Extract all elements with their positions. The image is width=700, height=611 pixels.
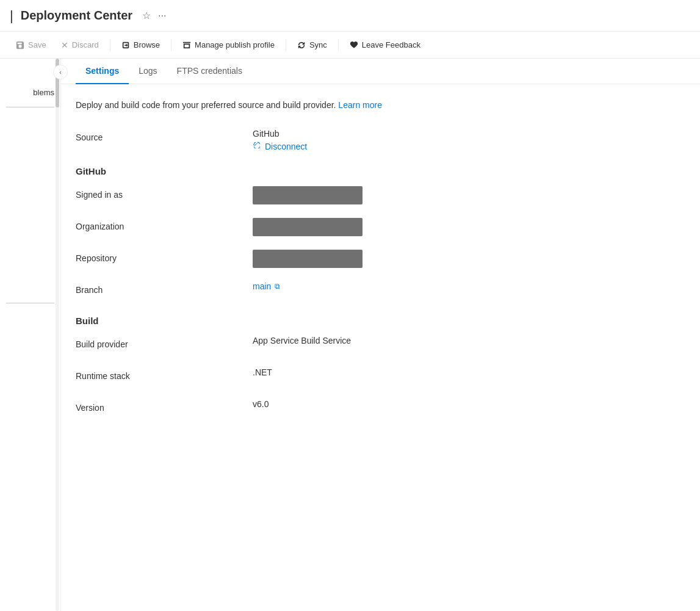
settings-content: Deploy and build code from your preferre… [61, 84, 700, 446]
branch-value: main ⧉ [253, 281, 685, 291]
runtime-stack-value: .NET [253, 367, 685, 377]
disconnect-icon [253, 141, 261, 151]
sidebar: ‹ blems [0, 59, 61, 611]
signed-in-as-redacted [253, 186, 363, 204]
source-value-container: GitHub Disconnect [253, 129, 685, 151]
description-text: Deploy and build code from your preferre… [76, 99, 685, 112]
signed-in-as-label: Signed in as [76, 186, 253, 200]
disconnect-link[interactable]: Disconnect [253, 141, 685, 151]
version-row: Version v6.0 [76, 399, 685, 419]
disconnect-label: Disconnect [265, 142, 307, 151]
browse-label: Browse [134, 40, 160, 49]
branch-row: Branch main ⧉ [76, 281, 685, 301]
organization-value [253, 218, 685, 236]
organization-row: Organization [76, 218, 685, 237]
repository-redacted [253, 250, 363, 268]
sidebar-content: blems [0, 59, 60, 303]
toolbar: Save ✕ Discard Browse Manage publish pro… [0, 32, 700, 59]
toolbar-separator-3 [286, 39, 286, 51]
github-section-title: GitHub [76, 166, 685, 176]
sync-icon [297, 41, 306, 49]
build-provider-value: App Service Build Service [253, 336, 685, 345]
tab-settings[interactable]: Settings [76, 59, 129, 84]
scrollbar-track [56, 59, 59, 611]
repository-label: Repository [76, 250, 253, 263]
main-layout: ‹ blems Settings Logs FTPS credentials D… [0, 59, 700, 611]
discard-label: Discard [72, 40, 99, 49]
source-label: Source [76, 129, 253, 142]
feedback-heart-icon [350, 41, 358, 49]
manage-publish-profile-button[interactable]: Manage publish profile [176, 37, 281, 53]
sync-label: Sync [309, 40, 327, 49]
manage-publish-label: Manage publish profile [195, 40, 275, 49]
browse-button[interactable]: Browse [115, 37, 166, 53]
organization-label: Organization [76, 218, 253, 231]
signed-in-as-value [253, 186, 685, 204]
sync-button[interactable]: Sync [291, 37, 333, 53]
save-button[interactable]: Save [10, 37, 52, 53]
sidebar-divider-1 [6, 107, 54, 107]
build-provider-label: Build provider [76, 336, 253, 349]
sidebar-divider-2 [6, 303, 54, 303]
manage-publish-icon [182, 41, 191, 49]
runtime-stack-row: Runtime stack .NET [76, 367, 685, 387]
branch-value-text: main [253, 281, 271, 291]
branch-label: Branch [76, 281, 253, 295]
learn-more-link[interactable]: Learn more [338, 100, 382, 110]
browse-icon [121, 41, 130, 49]
save-icon [16, 41, 24, 49]
header-pipe: | [10, 8, 13, 24]
discard-icon: ✕ [61, 40, 68, 50]
build-section-title: Build [76, 316, 685, 326]
toolbar-separator-4 [338, 39, 339, 51]
toolbar-separator-2 [171, 39, 171, 51]
version-value: v6.0 [253, 399, 685, 409]
tab-ftps-credentials[interactable]: FTPS credentials [167, 59, 252, 84]
sidebar-collapse-button[interactable]: ‹ [53, 65, 68, 79]
sidebar-scrollbar[interactable] [56, 59, 59, 611]
tabs-container: Settings Logs FTPS credentials [61, 59, 700, 84]
toolbar-separator-1 [110, 39, 110, 51]
discard-button[interactable]: ✕ Discard [55, 37, 105, 54]
repository-value [253, 250, 685, 268]
page-title: Deployment Center [21, 9, 132, 23]
save-label: Save [28, 40, 46, 49]
external-link-icon: ⧉ [275, 282, 280, 291]
build-provider-row: Build provider App Service Build Service [76, 336, 685, 355]
more-options-icon[interactable]: ··· [158, 10, 166, 21]
source-value-text: GitHub [253, 129, 685, 139]
runtime-stack-label: Runtime stack [76, 367, 253, 381]
leave-feedback-button[interactable]: Leave Feedback [344, 37, 427, 53]
source-row: Source GitHub Disconnect [76, 129, 685, 151]
header: | Deployment Center ☆ ··· [0, 0, 700, 32]
branch-link[interactable]: main ⧉ [253, 281, 685, 291]
repository-row: Repository [76, 250, 685, 269]
leave-feedback-label: Leave Feedback [362, 40, 420, 49]
favorite-star-icon[interactable]: ☆ [142, 10, 151, 21]
signed-in-as-row: Signed in as [76, 186, 685, 206]
tab-logs[interactable]: Logs [129, 59, 167, 84]
main-content: Settings Logs FTPS credentials Deploy an… [61, 59, 700, 611]
sidebar-problems-label: blems [0, 83, 60, 102]
organization-redacted [253, 218, 363, 236]
version-label: Version [76, 399, 253, 413]
